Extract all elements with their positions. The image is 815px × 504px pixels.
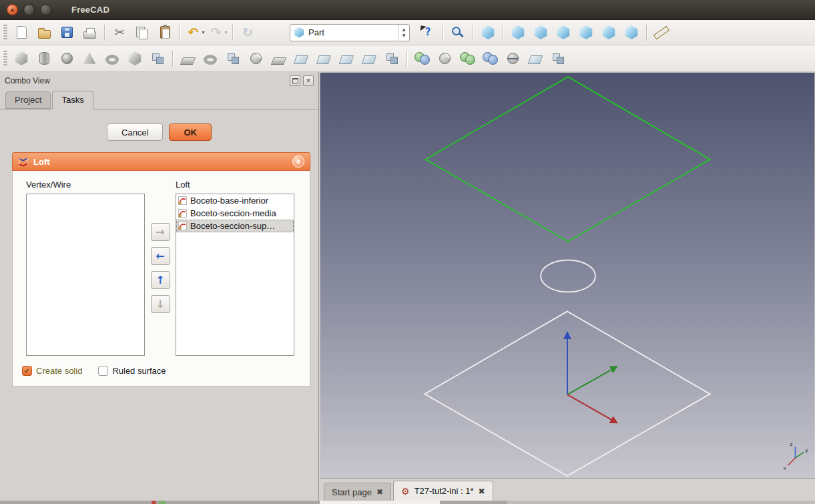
window-close-button[interactable]: × <box>7 4 18 15</box>
view-front-button[interactable] <box>507 23 529 43</box>
fit-all-button[interactable] <box>447 23 469 43</box>
save-document-icon <box>61 27 73 38</box>
vertex-wire-label: Vertex/Wire <box>26 180 145 190</box>
print-button[interactable] <box>78 23 101 43</box>
measure-distance-button[interactable] <box>650 23 673 43</box>
view-left-button[interactable] <box>620 23 643 43</box>
part-shape-builder-button[interactable] <box>146 49 169 69</box>
move-down-icon: ↓ <box>156 298 164 310</box>
part-cut-button[interactable] <box>433 49 456 69</box>
close-tab-icon[interactable]: ✖ <box>376 487 383 497</box>
new-document-button[interactable] <box>10 23 33 43</box>
view-bottom-icon <box>602 25 616 39</box>
create-solid-label: Create solid <box>36 366 82 376</box>
tab-project[interactable]: Project <box>5 91 51 109</box>
3d-viewport[interactable]: z y x <box>320 72 815 478</box>
workbench-part-icon <box>294 27 304 38</box>
part-cone-icon <box>83 53 96 65</box>
move-down-button[interactable]: ↓ <box>151 295 170 313</box>
part-offset-button[interactable] <box>380 49 403 69</box>
part-revolve-button[interactable] <box>199 49 222 69</box>
whats-this-button[interactable]: ? <box>417 23 439 43</box>
window-maximize-button[interactable] <box>40 4 51 15</box>
view-rear-button[interactable] <box>575 23 597 43</box>
vertex-wire-list[interactable] <box>26 194 145 356</box>
part-torus-button[interactable] <box>101 49 123 69</box>
part-section-button[interactable] <box>501 49 524 69</box>
toolbar-separator <box>406 51 407 67</box>
part-chamfer-icon <box>270 57 286 65</box>
move-arrows-column: →←↑↓ <box>145 194 176 356</box>
save-document-button[interactable] <box>55 23 78 43</box>
view-right-button[interactable] <box>552 23 575 43</box>
spinner-up-icon[interactable]: ▲ <box>402 27 406 32</box>
part-mirror-button[interactable] <box>222 49 244 69</box>
part-chamfer-button[interactable] <box>267 49 290 69</box>
view-top-icon <box>534 25 548 39</box>
redo-dropdown-arrow[interactable]: ▾ <box>224 29 227 35</box>
loft-list-item[interactable]: Boceto-seccion-sup… <box>176 220 294 232</box>
close-tab-icon[interactable]: ✖ <box>479 487 485 496</box>
toolbar-grip-handle[interactable] <box>3 51 7 67</box>
part-fillet-button[interactable] <box>244 49 267 69</box>
part-loft-button[interactable] <box>335 49 358 69</box>
part-cone-button[interactable] <box>78 49 101 69</box>
cut-button[interactable]: ✂ <box>108 23 131 43</box>
loft-list-item[interactable]: Boceto-base-inferior <box>176 194 294 207</box>
tab-start-page[interactable]: Start page ✖ <box>324 483 391 501</box>
create-solid-checkbox[interactable]: ✔ Create solid <box>22 366 82 376</box>
cancel-button[interactable]: Cancel <box>107 123 163 141</box>
part-boolean-button[interactable] <box>411 49 433 69</box>
workbench-selector[interactable]: Part ▲ ▼ <box>290 24 410 41</box>
part-extrude-button[interactable] <box>176 49 199 69</box>
view-top-button[interactable] <box>529 23 552 43</box>
view-bottom-button[interactable] <box>597 23 620 43</box>
combo-view-title: Combo View <box>5 76 50 85</box>
move-right-button[interactable]: → <box>151 223 170 241</box>
move-up-button[interactable]: ↑ <box>151 271 170 289</box>
tab-tasks[interactable]: Tasks <box>52 91 93 109</box>
tab-document-t27[interactable]: ⚙ T27-tut2-ini : 1* ✖ <box>393 481 493 501</box>
copy-button[interactable] <box>131 23 154 43</box>
sketch-icon <box>178 196 187 205</box>
window-minimize-button[interactable] <box>23 4 35 15</box>
panel-close-icon[interactable]: ✕ <box>303 75 314 86</box>
loft-list[interactable]: Boceto-base-inferiorBoceto-seccion-media… <box>176 194 294 356</box>
collapse-section-icon[interactable] <box>292 156 304 168</box>
part-union-button[interactable] <box>456 49 479 69</box>
part-sweep-button[interactable] <box>358 49 380 69</box>
spinner-down-icon[interactable]: ▼ <box>402 33 406 38</box>
axis-y-label: y <box>805 447 808 453</box>
open-document-button[interactable] <box>33 23 55 43</box>
undo-button[interactable]: ↶▾ <box>184 23 206 43</box>
new-document-icon <box>17 26 27 39</box>
paste-button[interactable] <box>154 23 176 43</box>
move-left-button[interactable]: ← <box>151 247 170 265</box>
part-extrude-icon <box>180 57 195 65</box>
part-primitives-button[interactable] <box>123 49 146 69</box>
part-cylinder-button[interactable] <box>33 49 55 69</box>
undo-dropdown-arrow[interactable]: ▾ <box>202 29 204 35</box>
part-compound-button[interactable] <box>547 49 569 69</box>
toolbar-grip-handle[interactable] <box>3 25 7 41</box>
toolbar-separator <box>104 25 105 41</box>
redo-button[interactable]: ↷▾ <box>206 23 229 43</box>
workbench-spinner[interactable]: ▲ ▼ <box>398 25 409 41</box>
view-axonometric-button[interactable] <box>477 23 499 43</box>
loft-list-item[interactable]: Boceto-seccion-media <box>176 207 294 220</box>
loft-section-header[interactable]: Loft <box>12 152 310 171</box>
part-make-face-button[interactable] <box>290 49 312 69</box>
ok-button[interactable]: OK <box>169 123 212 141</box>
part-cross-sections-button[interactable] <box>524 49 547 69</box>
refresh-button[interactable]: ↻ <box>236 23 259 43</box>
background-window-sliver <box>159 501 166 504</box>
part-sphere-button[interactable] <box>55 49 78 69</box>
panel-float-icon[interactable] <box>290 75 300 86</box>
background-window-sliver <box>152 501 156 504</box>
ruled-surface-checkbox[interactable]: Ruled surface <box>98 366 166 376</box>
part-union-icon <box>460 52 475 65</box>
part-box-button[interactable] <box>10 49 33 69</box>
part-offset-icon <box>385 51 399 65</box>
part-common-button[interactable] <box>479 49 501 69</box>
part-ruled-surface-button[interactable] <box>312 49 335 69</box>
